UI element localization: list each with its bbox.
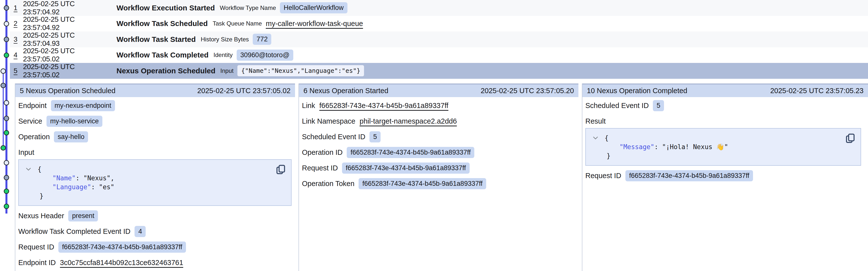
timeline-node-4[interactable] (4, 53, 9, 58)
event-timestamp: 2025-02-25 UTC 23:57:05.02 (23, 47, 107, 63)
json-key: "Message" (619, 143, 654, 151)
field-request-id: Request ID f665283f-743e-4374-b45b-9a61a… (585, 170, 863, 181)
field-value-badge: my-nexus-endpoint (51, 100, 115, 111)
event-id-link[interactable]: 5 (13, 67, 23, 75)
collapse-chevron-icon[interactable] (26, 167, 31, 171)
field-value-badge: 5 (653, 100, 664, 111)
event-attr-label: Input (220, 67, 234, 74)
event-timestamp: 2025-02-25 UTC 23:57:05.02 (23, 63, 107, 79)
field-label: Endpoint (18, 102, 47, 110)
event-id-link[interactable]: 3 (13, 35, 23, 43)
event-timestamp: 2025-02-25 UTC 23:57:04.93 (23, 31, 107, 48)
event-row-2[interactable]: 2 2025-02-25 UTC 23:57:04.92 Workflow Ta… (10, 16, 868, 32)
field-nexus-header: Nexus Header present (18, 210, 293, 221)
panel-timestamp: 2025-02-25 UTC 23:57:05.23 (770, 87, 864, 95)
panel-timestamp: 2025-02-25 UTC 23:57:05.02 (197, 87, 290, 95)
workflow-history-view: 1 2025-02-25 UTC 23:57:04.92 Workflow Ex… (0, 0, 868, 271)
event-timestamp: 2025-02-25 UTC 23:57:04.92 (23, 16, 107, 32)
event-attr-value-badge: HelloCallerWorkflow (280, 2, 347, 13)
field-value-badge: f665283f-743e-4374-b45b-9a61a89337ff (342, 163, 470, 174)
event-detail-panels: 5 Nexus Operation Scheduled 2025-02-25 U… (15, 83, 868, 271)
field-result-label: Result (585, 116, 863, 127)
field-scheduled-event-id: Scheduled Event ID 5 (585, 100, 863, 111)
timeline-node-9[interactable] (4, 131, 9, 135)
endpoint-id-link[interactable]: 3c0c75ccfa8144b092c13ce632463761 (60, 259, 183, 267)
json-value: : "es" (91, 183, 115, 191)
field-input-label: Input (18, 147, 293, 158)
timeline-node-2[interactable] (4, 22, 9, 26)
event-name: Workflow Task Scheduled (117, 19, 208, 28)
event-name: Workflow Execution Started (117, 4, 215, 12)
event-id-link[interactable]: 2 (13, 20, 23, 27)
timeline-node-6[interactable] (1, 83, 6, 88)
link-value-link[interactable]: f665283f-743e-4374-b45b-9a61a89337ff (319, 102, 448, 110)
event-rows: 1 2025-02-25 UTC 23:57:04.92 Workflow Ex… (10, 0, 868, 79)
field-value-badge: say-hello (54, 131, 88, 142)
field-label: Result (585, 117, 606, 125)
field-value-badge: 4 (134, 226, 146, 237)
event-timestamp: 2025-02-25 UTC 23:57:04.92 (23, 0, 107, 16)
timeline-node-13[interactable] (4, 189, 9, 194)
timeline-node-5[interactable] (1, 69, 6, 74)
link-namespace-link[interactable]: phil-target-namespace2.a2dd6 (360, 117, 457, 125)
panel-nexus-operation-completed: 10 Nexus Operation Completed 2025-02-25 … (582, 83, 868, 271)
field-label: Operation ID (302, 148, 342, 157)
event-input-badge: {"Name":"Nexus","Language":"es"} (238, 65, 364, 76)
panel-header: 6 Nexus Operation Started 2025-02-25 UTC… (299, 83, 579, 97)
field-label: Nexus Header (18, 212, 64, 220)
panel-header: 10 Nexus Operation Completed 2025-02-25 … (582, 83, 868, 97)
input-payload-codeblock: { "Name": "Nexus", "Language": "es" } (18, 159, 291, 206)
field-value-badge: 5 (369, 131, 380, 142)
field-link: Link f665283f-743e-4374-b45b-9a61a89337f… (302, 100, 577, 111)
field-label: Request ID (18, 243, 54, 251)
event-row-5-selected[interactable]: 5 2025-02-25 UTC 23:57:05.02 Nexus Opera… (10, 63, 868, 79)
field-label: Operation (18, 133, 50, 141)
field-value-badge: my-hello-service (46, 116, 103, 127)
event-id-link[interactable]: 4 (13, 51, 23, 59)
field-scheduled-event-id: Scheduled Event ID 5 (302, 131, 577, 142)
field-operation: Operation say-hello (18, 131, 293, 142)
event-attr-value-badge: 30960@totoro@ (237, 50, 293, 61)
timeline-node-3[interactable] (4, 37, 9, 42)
field-endpoint-id: Endpoint ID 3c0c75ccfa8144b092c13ce63246… (18, 257, 293, 268)
field-label: Endpoint ID (18, 259, 56, 267)
field-label: Workflow Task Completed Event ID (18, 227, 130, 236)
field-workflow-task-completed-event-id: Workflow Task Completed Event ID 4 (18, 226, 293, 237)
field-endpoint: Endpoint my-nexus-endpoint (18, 100, 293, 111)
field-operation-token: Operation Token f665283f-743e-4374-b45b-… (302, 178, 577, 189)
event-name: Workflow Task Started (117, 35, 196, 44)
json-close-brace: } (607, 152, 611, 160)
field-label: Request ID (302, 164, 338, 172)
field-value-badge: f665283f-743e-4374-b45b-9a61a89337ff (359, 178, 486, 189)
json-key: "Name" (53, 174, 76, 182)
field-label: Scheduled Event ID (585, 102, 649, 110)
json-value: : "¡Hola! Nexus 👋" (654, 143, 728, 151)
panel-title: 6 Nexus Operation Started (303, 87, 388, 95)
timeline-node-11[interactable] (4, 161, 9, 165)
event-id-link[interactable]: 1 (13, 4, 23, 12)
event-row-4[interactable]: 4 2025-02-25 UTC 23:57:05.02 Workflow Ta… (10, 47, 868, 63)
timeline-node-12[interactable] (4, 175, 9, 180)
timeline-node-10[interactable] (1, 146, 6, 151)
timeline-node-1[interactable] (4, 6, 9, 10)
panel-nexus-operation-started: 6 Nexus Operation Started 2025-02-25 UTC… (299, 83, 582, 271)
event-row-1[interactable]: 1 2025-02-25 UTC 23:57:04.92 Workflow Ex… (10, 0, 868, 16)
field-value-badge: f665283f-743e-4374-b45b-9a61a89337ff (347, 147, 474, 158)
event-attr-label: History Size Bytes (201, 36, 249, 43)
event-row-3[interactable]: 3 2025-02-25 UTC 23:57:04.93 Workflow Ta… (10, 31, 868, 47)
timeline-node-8[interactable] (4, 116, 9, 121)
result-payload-codeblock: { "Message": "¡Hola! Nexus 👋" } (585, 128, 861, 166)
collapse-chevron-icon[interactable] (593, 136, 598, 140)
event-attr-label: Task Queue Name (213, 20, 262, 27)
field-value-badge: present (68, 210, 98, 221)
field-label: Service (18, 117, 42, 125)
timeline-node-7[interactable] (4, 101, 9, 105)
field-label: Operation Token (302, 180, 354, 188)
timeline-node-14[interactable] (4, 204, 9, 209)
field-request-id: Request ID f665283f-743e-4374-b45b-9a61a… (18, 242, 293, 253)
field-link-namespace: Link Namespace phil-target-namespace2.a2… (302, 116, 577, 127)
event-name: Nexus Operation Scheduled (117, 66, 215, 75)
copy-icon[interactable] (276, 164, 286, 175)
copy-icon[interactable] (845, 133, 855, 144)
task-queue-link[interactable]: my-caller-workflow-task-queue (266, 20, 363, 28)
